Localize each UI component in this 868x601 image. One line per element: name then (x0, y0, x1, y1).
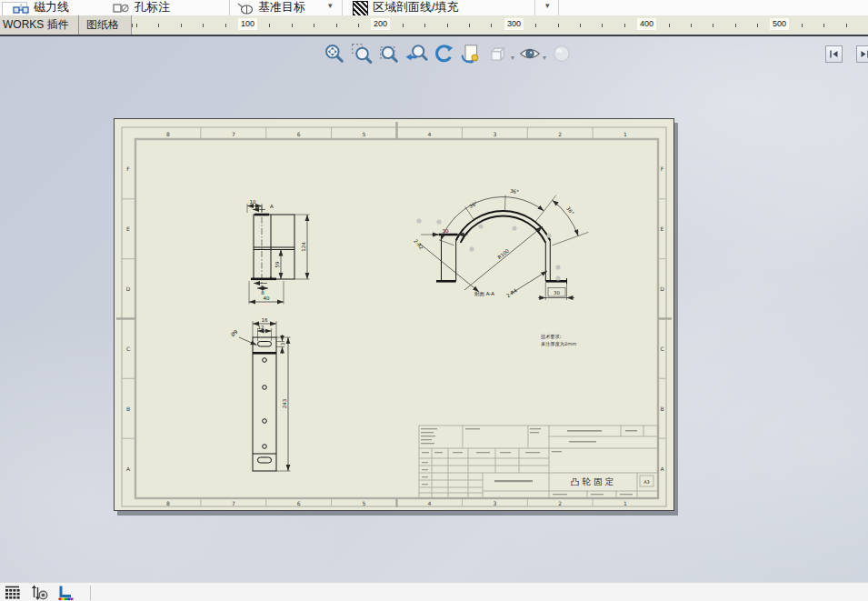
dim-40[interactable]: 40 (264, 295, 270, 301)
graphics-viewport[interactable]: ▾ ▾ (0, 36, 868, 582)
heads-up-toolbar: ▾ ▾ (322, 40, 574, 67)
command-toolbar: 磁力线 孔标注 基准目标 ▾ 区域剖面线/填充 ▾ (0, 0, 868, 16)
view-orientation-dropdown[interactable]: ▾ (511, 54, 514, 62)
ruler-label: 400 (637, 18, 656, 30)
section-label-top[interactable]: A (270, 204, 274, 209)
apply-scene-button[interactable] (549, 41, 574, 66)
dim-124[interactable]: 124 (301, 242, 306, 252)
arrow-right-icon (860, 49, 868, 59)
update-sheet-button[interactable] (458, 41, 484, 66)
sheet-paper (115, 119, 673, 510)
rotate-view-button[interactable] (431, 41, 456, 66)
datum-target-label: 基准目标 (258, 0, 305, 14)
dim-3[interactable]: 3 (280, 342, 285, 346)
dim-59[interactable]: 59 (274, 261, 280, 267)
hole-callout-icon (113, 1, 130, 15)
hide-show-edges-icon[interactable] (30, 585, 49, 601)
tab-solidworks-addins[interactable]: WORKS 插件 (0, 15, 79, 35)
hide-show-items-button[interactable] (517, 41, 543, 66)
hide-show-items-dropdown[interactable]: ▾ (543, 54, 546, 62)
svg-text:D: D (660, 285, 664, 292)
svg-text:8: 8 (166, 500, 170, 506)
ruler-label: 500 (770, 18, 789, 30)
expand-pane-right-button[interactable] (856, 45, 868, 63)
area-hatch-fill-button[interactable]: 区域剖面线/填充 (353, 0, 459, 15)
svg-text:2: 2 (558, 500, 562, 506)
area-hatch-icon (353, 1, 368, 16)
previous-view-icon (404, 43, 428, 65)
svg-text:4: 4 (427, 500, 431, 506)
toolbar-overflow-dropdown[interactable]: ▾ (545, 1, 550, 10)
magnetic-line-label: 磁力线 (34, 0, 69, 14)
zoom-to-area-icon (351, 43, 373, 65)
hole-callout-button[interactable]: 孔标注 (113, 0, 170, 15)
drawing-title[interactable]: 凸轮固定 (571, 476, 616, 486)
dim-16[interactable]: 16 (262, 317, 268, 323)
datum-target-icon (236, 1, 254, 15)
dim-10[interactable]: 10 (250, 199, 256, 205)
svg-text:4: 4 (427, 131, 431, 137)
note-line-1: 技术要求: (541, 334, 562, 340)
datum-target-button[interactable]: 基准目标 (236, 0, 305, 15)
hole-callout-label: 孔标注 (135, 0, 170, 14)
arrow-left-icon (829, 49, 839, 59)
drawing-sheet[interactable]: 8 7 6 5 4 3 2 1 8 7 6 5 4 3 2 1 F E D C (114, 118, 674, 511)
magnetic-line-button[interactable]: 磁力线 (13, 0, 69, 15)
ruler-label: 100 (238, 18, 257, 30)
svg-text:F: F (661, 165, 664, 172)
tab-sheet-format[interactable]: 图纸格式 (79, 15, 132, 35)
zoom-to-area-button[interactable] (349, 41, 374, 66)
section-caption[interactable]: 剖面 A-A (474, 291, 494, 297)
solidworks-window: { "toolbar": { "buttons": [ {"label": "磁… (0, 0, 868, 601)
status-bar (0, 582, 868, 601)
svg-text:E: E (126, 225, 130, 232)
svg-text:C: C (660, 346, 663, 352)
svg-text:7: 7 (232, 131, 235, 137)
svg-text:3: 3 (493, 500, 496, 506)
svg-text:5: 5 (363, 131, 366, 137)
area-hatch-label: 区域剖面线/填充 (373, 0, 459, 14)
sheet-tabs-row: WORKS 插件 图纸格式 100 200 300 400 500 (0, 15, 868, 35)
view-orientation-cube-icon (487, 43, 509, 65)
tab-addins-label: WORKS 插件 (3, 18, 69, 31)
svg-text:1: 1 (624, 500, 627, 506)
svg-text:1: 1 (624, 131, 627, 137)
dim-243[interactable]: 243 (282, 398, 287, 408)
dim-12[interactable]: 12 (258, 325, 264, 330)
svg-text:E: E (661, 225, 664, 232)
update-sheet-icon (460, 43, 482, 65)
ruler-label: 200 (371, 18, 390, 30)
svg-text:C: C (126, 346, 130, 352)
toolbar-separator (342, 0, 343, 15)
svg-text:D: D (126, 285, 131, 292)
toolbar-separator (229, 0, 230, 15)
svg-text:6: 6 (297, 500, 301, 506)
svg-text:5: 5 (363, 500, 366, 506)
datum-target-dropdown[interactable]: ▾ (328, 1, 333, 10)
svg-text:6: 6 (297, 131, 301, 137)
zoom-to-fit-button[interactable] (322, 41, 347, 66)
svg-text:F: F (126, 165, 130, 172)
drawing-sheet-svg: 8 7 6 5 4 3 2 1 8 7 6 5 4 3 2 1 F E D C (115, 119, 673, 510)
svg-text:B: B (660, 406, 663, 412)
dim-30-right[interactable]: 30 (554, 290, 560, 295)
hide-show-items-eye-icon (518, 43, 542, 65)
grid-icon[interactable] (5, 585, 22, 600)
section-label-bottom[interactable]: A (269, 275, 273, 281)
ruler-label: 300 (504, 18, 524, 30)
toolbar-separator (534, 0, 535, 15)
zoom-to-selection-button[interactable] (376, 41, 402, 66)
layer-properties-icon[interactable] (57, 585, 75, 601)
zoom-to-fit-icon (324, 43, 345, 65)
zoom-to-selection-icon (378, 43, 400, 65)
collapse-pane-left-button[interactable] (825, 45, 843, 63)
svg-text:7: 7 (232, 500, 235, 506)
sheet-size: A3 (644, 479, 650, 485)
svg-text:3: 3 (493, 131, 496, 137)
svg-text:8: 8 (166, 131, 170, 137)
previous-view-button[interactable] (404, 41, 429, 66)
magnetic-line-icon (13, 1, 29, 15)
view-orientation-button[interactable] (485, 41, 511, 66)
statusbar-separator (90, 586, 91, 600)
toolbar-separator (558, 0, 559, 15)
